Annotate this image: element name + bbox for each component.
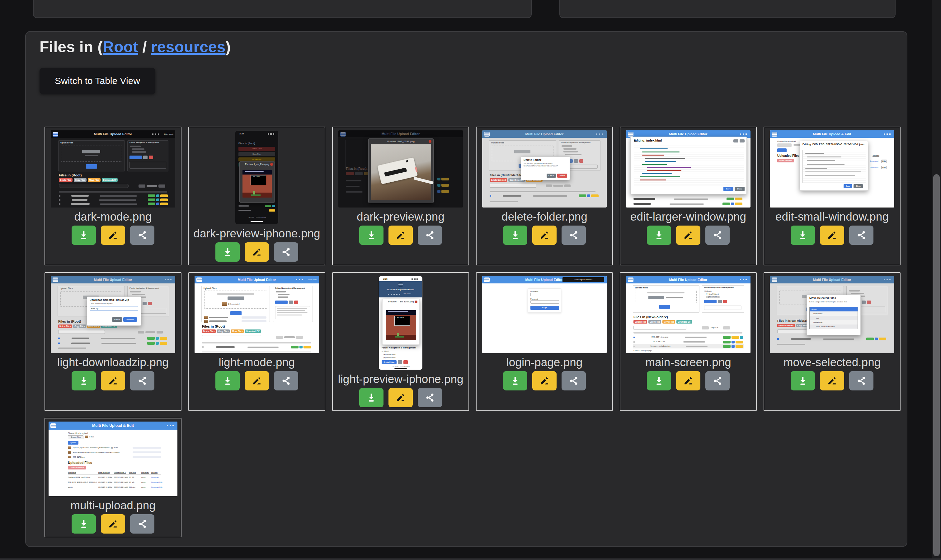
download-button[interactable] — [503, 371, 527, 391]
file-card: Multi File Upload Editor Upload Files Fo… — [476, 127, 613, 265]
download-button[interactable] — [791, 226, 815, 245]
edit-button[interactable] — [820, 371, 844, 391]
delete-selected-button: Delete Selected — [68, 466, 86, 469]
download-zip-modal: Download Selected Files as Zip Enter a n… — [87, 297, 141, 326]
file-thumbnail[interactable]: 3:16 Files in (Root) Delete Files Copy F… — [235, 130, 279, 224]
share-button[interactable] — [562, 371, 586, 391]
mini-header: Multi File Upload Editor Dark Mode — [379, 281, 422, 297]
file-name: dark-preview-iphone.png — [193, 228, 320, 240]
delete-folder-modal: Delete Folder Are you sure you want to d… — [521, 157, 570, 180]
cancel-button: Cancel — [112, 317, 122, 322]
modal-title: Move Selected Files — [809, 297, 836, 300]
table-cell: 02/23/25 12:14AM — [114, 486, 128, 488]
table-row: README2.md — [633, 340, 743, 343]
download-button[interactable] — [72, 514, 96, 534]
breadcrumb-root-link[interactable]: Root — [103, 38, 138, 56]
share-button[interactable] — [705, 371, 730, 391]
page-title: Files in (Root / resources) — [40, 38, 231, 56]
decor — [645, 161, 676, 162]
edit-button[interactable] — [388, 388, 413, 407]
decor — [251, 194, 260, 196]
edit-button[interactable] — [820, 226, 844, 245]
download-button[interactable] — [647, 371, 671, 391]
file-thumbnail[interactable]: 3:16 Multi File Upload Editor Dark Mode … — [379, 276, 422, 370]
file-thumbnail[interactable]: Multi File Upload Editor Files in (Root)… — [338, 130, 463, 208]
edit-button[interactable] — [101, 514, 125, 534]
download-button[interactable] — [72, 371, 96, 391]
file-thumbnail[interactable]: Multi File Upload Editor Editing: index.… — [626, 130, 750, 208]
download-button[interactable] — [359, 226, 383, 245]
download-button[interactable] — [216, 371, 240, 391]
download-button[interactable] — [503, 226, 527, 245]
file-thumbnail[interactable]: Multi File Upload Editor Upload Files Fo… — [626, 276, 750, 353]
file-thumbnail[interactable]: Multi File Upload & Edit Choose files to… — [770, 130, 894, 208]
share-button[interactable] — [705, 226, 730, 245]
switch-table-view-button[interactable]: Switch to Table View — [40, 68, 156, 94]
share-button[interactable] — [849, 371, 873, 391]
file-thumbnail[interactable]: Multi File Upload Editor Light Mode Uplo… — [51, 130, 175, 208]
scrollbar-thumb[interactable] — [933, 174, 940, 556]
file-card: Multi File Upload Editor Editing: index.… — [620, 127, 757, 265]
save-button: Save — [844, 184, 852, 188]
decor — [253, 191, 255, 194]
folder-panel: Folder Navigation & Management [-] (Root… — [702, 285, 744, 313]
edit-button[interactable] — [245, 242, 269, 262]
edit-button[interactable] — [101, 371, 125, 391]
file-actions — [359, 388, 442, 407]
edit-button[interactable] — [532, 371, 557, 391]
mini-pill: Move Files — [231, 329, 244, 333]
edit-button[interactable] — [676, 371, 701, 391]
share-button[interactable] — [130, 371, 154, 391]
table-cell: admin — [141, 486, 146, 488]
decor — [209, 317, 228, 318]
decor — [414, 177, 434, 184]
file-thumbnail[interactable]: Multi File Upload Editor Upload Files Fo… — [482, 130, 607, 208]
edit-button[interactable] — [101, 226, 125, 245]
share-icon — [712, 230, 723, 240]
decor — [666, 297, 683, 298]
edit-icon — [251, 247, 262, 257]
mini-pill: Copy Files — [74, 178, 86, 182]
download-button[interactable] — [791, 371, 815, 391]
delete-folder-button — [579, 159, 583, 163]
mini-app-title: Multi File Upload & Edit — [49, 422, 177, 430]
decor — [276, 336, 283, 339]
share-button[interactable] — [274, 371, 298, 391]
edit-button[interactable] — [388, 226, 413, 245]
bulk-action-pills: Delete Files Copy Files Move Files Downl… — [59, 178, 118, 182]
modal-title: Preview: I_am_Error.png — [383, 300, 419, 303]
share-button[interactable] — [849, 226, 873, 245]
download-button[interactable] — [647, 226, 671, 245]
file-thumbnail[interactable]: Multi File Upload Editor Please log in t… — [482, 276, 607, 353]
decor — [278, 294, 290, 295]
breadcrumb-separator: / — [138, 38, 151, 56]
share-button[interactable] — [418, 226, 442, 245]
decor — [245, 171, 264, 172]
file-actions — [503, 226, 586, 245]
download-button[interactable] — [359, 388, 383, 407]
download-button[interactable] — [72, 226, 96, 245]
edit-button[interactable] — [245, 371, 269, 391]
mini-header: Multi File Upload Editor Dark Mode — [194, 276, 319, 283]
breadcrumb-current-link[interactable]: resources — [151, 38, 225, 56]
upload-button: Upload — [68, 441, 79, 445]
edit-button[interactable] — [532, 226, 557, 245]
share-icon — [425, 392, 435, 403]
tree-item: [-] (Root) — [382, 350, 389, 352]
share-button[interactable] — [130, 226, 154, 245]
edit-button[interactable] — [676, 226, 701, 245]
share-button[interactable] — [274, 242, 298, 262]
file-thumbnail[interactable]: Multi File Upload Editor Upload Files Fo… — [51, 276, 175, 353]
mode-toggle-label: Light Mode — [164, 133, 173, 135]
file-thumbnail[interactable]: Multi File Upload & Edit Choose files to… — [49, 422, 177, 496]
font-smaller-button — [733, 139, 738, 143]
share-button[interactable] — [130, 514, 154, 534]
decor — [90, 313, 138, 313]
file-thumbnail[interactable]: Multi File Upload Editor Dark Mode Uploa… — [194, 276, 319, 353]
download-button[interactable] — [216, 242, 240, 262]
decor — [490, 191, 596, 192]
share-button[interactable] — [418, 388, 442, 407]
share-button[interactable] — [562, 226, 586, 245]
file-thumbnail[interactable]: Multi File Upload Editor — [770, 276, 894, 353]
decor — [807, 164, 844, 165]
